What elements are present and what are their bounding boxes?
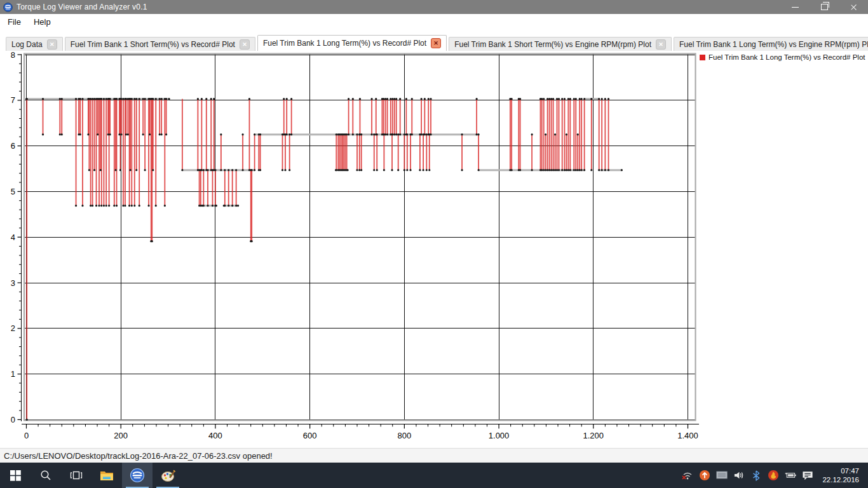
svg-text:600: 600 bbox=[303, 431, 317, 440]
tab-label: Fuel Trim Bank 1 Short Term(%) vs Engine… bbox=[454, 40, 651, 49]
bluetooth-icon[interactable] bbox=[750, 470, 762, 481]
search-button[interactable] bbox=[31, 463, 61, 488]
tab-label: Fuel Trim Bank 1 Long Term(%) vs Engine … bbox=[679, 40, 868, 49]
close-button[interactable] bbox=[839, 0, 868, 14]
svg-text:5: 5 bbox=[11, 187, 15, 196]
torque-app-icon[interactable] bbox=[122, 463, 153, 488]
window-title: Torque Log Viewer and Analyzer v0.1 bbox=[17, 3, 147, 11]
taskbar-clock[interactable]: 07:4722.12.2016 bbox=[819, 466, 864, 484]
tab-plot-1[interactable]: Fuel Trim Bank 1 Short Term(%) vs Record… bbox=[65, 37, 255, 51]
svg-text:1: 1 bbox=[11, 369, 15, 379]
menu-help[interactable]: Help bbox=[27, 14, 57, 29]
restore-button[interactable] bbox=[810, 0, 839, 14]
close-icon bbox=[850, 4, 857, 11]
notification-chat-icon[interactable] bbox=[802, 470, 813, 481]
tab-close-icon[interactable] bbox=[47, 39, 57, 50]
file-explorer-icon[interactable] bbox=[92, 463, 122, 488]
paint-app-icon[interactable] bbox=[153, 463, 183, 488]
svg-text:0: 0 bbox=[24, 431, 29, 440]
svg-text:2: 2 bbox=[11, 323, 15, 333]
svg-text:1.400: 1.400 bbox=[677, 431, 698, 440]
update-arrow-icon[interactable] bbox=[699, 470, 710, 481]
start-button[interactable] bbox=[0, 463, 31, 488]
task-view-button[interactable] bbox=[61, 463, 92, 488]
tab-label: Fuel Trim Bank 1 Long Term(%) vs Record#… bbox=[263, 39, 426, 48]
minimize-button[interactable] bbox=[780, 0, 810, 14]
svg-text:800: 800 bbox=[398, 431, 412, 440]
chart-legend: Fuel Trim Bank 1 Long Term(%) vs Record#… bbox=[700, 53, 865, 61]
svg-text:8: 8 bbox=[11, 51, 15, 60]
tab-plot-3[interactable]: Fuel Trim Bank 1 Short Term(%) vs Engine… bbox=[449, 37, 672, 51]
tab-plot-4[interactable]: Fuel Trim Bank 1 Long Term(%) vs Engine … bbox=[674, 37, 868, 51]
tab-label: Fuel Trim Bank 1 Short Term(%) vs Record… bbox=[71, 40, 235, 49]
antivirus-icon[interactable] bbox=[768, 470, 779, 481]
tab-close-icon[interactable] bbox=[656, 39, 666, 50]
svg-text:1.000: 1.000 bbox=[489, 431, 510, 440]
system-tray: 07:4722.12.2016 bbox=[682, 463, 868, 488]
minimize-icon bbox=[792, 7, 799, 8]
status-text: C:/Users/LENOVO/Desktop/trackLog-2016-Ar… bbox=[4, 451, 273, 461]
menu-bar: File Help bbox=[0, 14, 868, 29]
svg-text:0: 0 bbox=[11, 415, 15, 424]
volume-icon[interactable] bbox=[733, 470, 745, 481]
svg-text:200: 200 bbox=[114, 431, 128, 440]
svg-text:400: 400 bbox=[208, 431, 222, 440]
battery-charging-icon[interactable] bbox=[785, 470, 796, 481]
tab-log-data[interactable]: Log Data bbox=[6, 37, 63, 51]
svg-text:1.200: 1.200 bbox=[583, 431, 604, 440]
svg-text:7: 7 bbox=[11, 95, 15, 105]
clock-time: 07:47 bbox=[822, 466, 859, 475]
tab-plot-2[interactable]: Fuel Trim Bank 1 Long Term(%) vs Record#… bbox=[257, 35, 447, 51]
legend-label: Fuel Trim Bank 1 Long Term(%) vs Record#… bbox=[709, 53, 865, 61]
tab-close-icon[interactable] bbox=[431, 38, 441, 48]
svg-text:4: 4 bbox=[11, 233, 15, 242]
display-icon[interactable] bbox=[716, 470, 728, 481]
clock-date: 22.12.2016 bbox=[822, 475, 859, 484]
chart-canvas: 01234567802004006008001.0001.2001.400 bbox=[0, 51, 868, 448]
tab-close-icon[interactable] bbox=[240, 39, 250, 50]
menu-file[interactable]: File bbox=[1, 14, 27, 29]
svg-text:6: 6 bbox=[11, 141, 15, 151]
torque-logo-icon bbox=[3, 3, 13, 12]
taskbar: 07:4722.12.2016 bbox=[0, 463, 868, 488]
chart-panel: 01234567802004006008001.0001.2001.400 Fu… bbox=[0, 51, 868, 448]
restore-icon bbox=[821, 4, 828, 10]
network-no-internet-icon[interactable] bbox=[682, 470, 693, 481]
tab-label: Log Data bbox=[11, 40, 43, 49]
title-bar: Torque Log Viewer and Analyzer v0.1 bbox=[0, 0, 868, 14]
legend-swatch-icon bbox=[700, 55, 705, 60]
tab-bar: Log DataFuel Trim Bank 1 Short Term(%) v… bbox=[0, 36, 868, 51]
svg-text:3: 3 bbox=[11, 278, 15, 288]
status-bar: C:/Users/LENOVO/Desktop/trackLog-2016-Ar… bbox=[0, 448, 868, 463]
